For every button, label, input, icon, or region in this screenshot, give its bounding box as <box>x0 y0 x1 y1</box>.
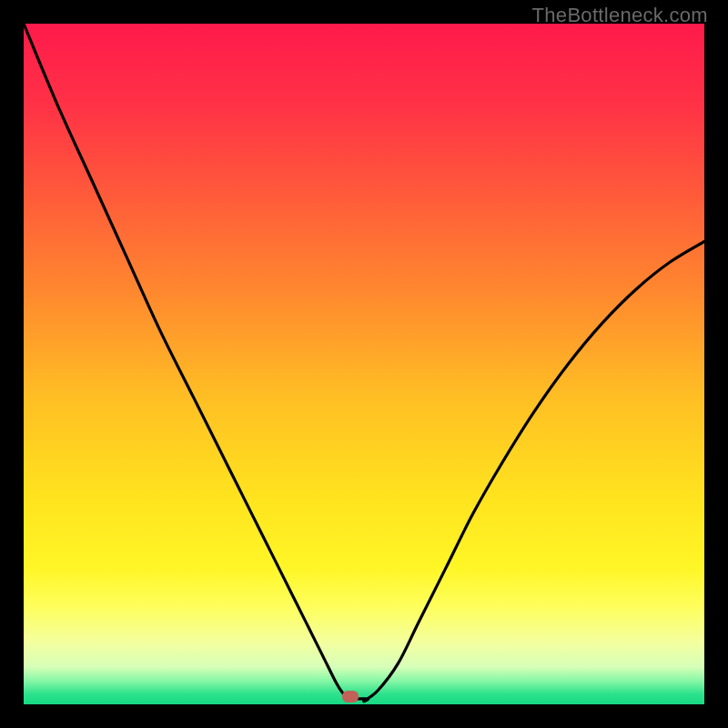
watermark-text: TheBottleneck.com <box>532 4 708 27</box>
gradient-background <box>24 24 704 704</box>
chart-stage: TheBottleneck.com <box>0 0 728 728</box>
optimum-marker <box>342 691 359 703</box>
bottleneck-plot <box>24 24 704 704</box>
